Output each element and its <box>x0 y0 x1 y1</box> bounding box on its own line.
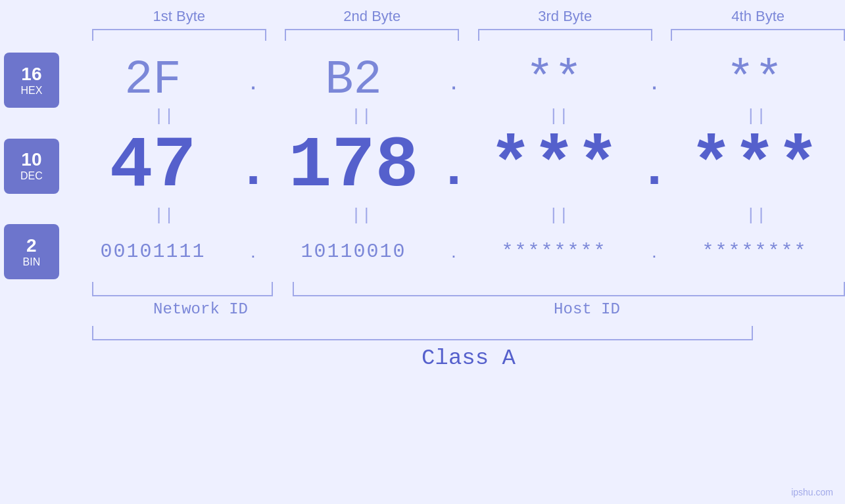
byte2-header: 2nd Byte <box>285 8 459 29</box>
bin-values: 00101111 . 10110010 . ******** . *******… <box>62 241 845 263</box>
bin-badge-num: 2 <box>26 236 37 256</box>
hex-badge-label: HEX <box>20 85 42 97</box>
eq1-b1: || <box>75 108 253 125</box>
dec-b1: 47 <box>62 125 243 207</box>
bin-sep3: . <box>644 241 664 262</box>
byte3-header: 3rd Byte <box>478 8 652 29</box>
top-bracket-3 <box>478 29 652 41</box>
dec-badge-num: 10 <box>21 150 41 170</box>
eq1-b2: || <box>272 108 450 125</box>
hex-b4: ** <box>664 53 845 107</box>
dec-b2: 178 <box>263 125 444 207</box>
dec-badge: 10 DEC <box>4 139 59 194</box>
dec-sep2: . <box>444 136 464 196</box>
outer-bracket <box>92 326 753 340</box>
hex-b2: B2 <box>263 53 444 107</box>
eq2-b4: || <box>667 207 845 224</box>
bin-sep1: . <box>243 241 263 262</box>
hex-sep3: . <box>644 66 664 95</box>
watermark: ipshu.com <box>791 487 833 497</box>
eq1-b3: || <box>470 108 648 125</box>
bin-b1: 00101111 <box>62 241 243 263</box>
eq2-b3: || <box>470 207 648 224</box>
eq1-b4: || <box>667 108 845 125</box>
dec-sep3: . <box>644 136 664 196</box>
main-container: 1st Byte 2nd Byte 3rd Byte 4th Byte 16 H… <box>0 0 845 504</box>
byte4-header: 4th Byte <box>671 8 845 29</box>
id-labels: Network ID Host ID <box>92 300 845 318</box>
hex-b3: ** <box>464 53 644 107</box>
bin-row: 2 BIN 00101111 . 10110010 . ******** . *… <box>0 224 845 279</box>
bottom-section: Network ID Host ID Class A <box>0 282 845 371</box>
hex-sep2: . <box>444 66 464 95</box>
hex-sep1: . <box>243 66 263 95</box>
eq2-b2: || <box>272 207 450 224</box>
dec-sep1: . <box>243 136 263 196</box>
top-bracket-1 <box>92 29 266 41</box>
hex-b1: 2F <box>62 53 243 107</box>
top-bracket-4 <box>671 29 845 41</box>
network-bracket <box>92 282 273 296</box>
dec-b3: *** <box>464 125 644 207</box>
host-bracket <box>293 282 845 296</box>
hex-values: 2F . B2 . ** . ** <box>62 53 845 107</box>
hex-row: 16 HEX 2F . B2 . ** . ** <box>0 53 845 108</box>
bin-badge-label: BIN <box>23 256 41 268</box>
equals-row-2: || || || || <box>0 207 845 224</box>
equals-row-1: || || || || <box>0 108 845 125</box>
host-id-label: Host ID <box>329 300 845 318</box>
bin-sep2: . <box>444 241 464 262</box>
dec-row: 10 DEC 47 . 178 . *** . *** <box>0 125 845 207</box>
bin-b4: ******** <box>664 241 845 263</box>
dec-values: 47 . 178 . *** . *** <box>62 125 845 207</box>
eq2-b1: || <box>75 207 253 224</box>
hex-badge-num: 16 <box>21 64 41 85</box>
dec-badge-label: DEC <box>20 170 43 182</box>
bin-b3: ******** <box>464 241 644 263</box>
dec-b4: *** <box>664 125 845 207</box>
byte1-header: 1st Byte <box>92 8 266 29</box>
network-id-label: Network ID <box>92 300 309 318</box>
hex-badge: 16 HEX <box>4 53 59 108</box>
class-label: Class A <box>92 346 845 371</box>
bin-b2: 10110010 <box>263 241 444 263</box>
top-bracket-2 <box>285 29 459 41</box>
bin-badge: 2 BIN <box>4 224 59 279</box>
